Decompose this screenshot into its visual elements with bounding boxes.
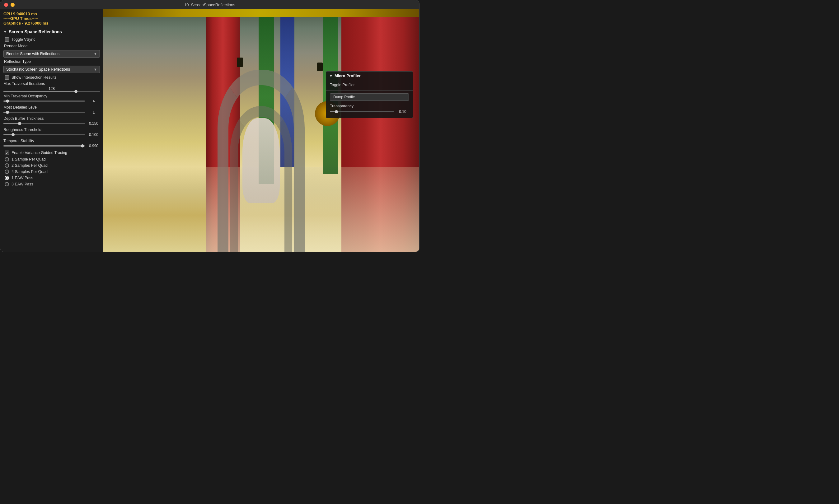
dump-profile-button[interactable]: Dump Profile [330,93,409,101]
render-mode-label: Render Mode [4,44,28,48]
variance-checkbox[interactable]: ✓ [5,150,9,155]
sample2-label: 2 Samples Per Quad [12,163,48,168]
app-window: 10_ScreenSpaceReflections [0,0,419,252]
render-mode-value: Render Scene with Reflections [6,52,59,56]
most-detailed-track[interactable] [3,112,85,113]
eaw1-radio[interactable] [5,176,9,180]
depth-buffer-row: Depth Buffer Thickness 0.150 [0,116,103,127]
profiler-title: Micro Profiler [335,73,361,78]
reflection-type-dropdown-row: Stochastic Screen Space Reflections ▼ [0,65,103,74]
main-content: CPU 9.940013 ms -----GPU Times----- Grap… [0,9,419,252]
sample4-label: 4 Samples Per Quad [12,169,48,174]
lamp-2 [317,62,323,71]
gpu-header: -----GPU Times----- [3,16,100,21]
variance-row: ✓ Enable Variance Guided Tracing [0,149,103,156]
intersection-label: Show Intersection Results [12,75,57,80]
max-traversal-fill [3,91,76,92]
cpu-time: CPU 9.940013 ms [3,12,100,16]
eaw3-row: 3 EAW Pass [0,181,103,187]
window-controls [4,3,15,7]
profiler-header: ▼ Micro Profiler [326,72,413,80]
transparency-thumb[interactable] [335,110,338,113]
top-banner [103,9,419,17]
sample2-row: 2 Samples Per Quad [0,162,103,168]
min-traversal-row: Min Traversal Occupancy 4 [0,93,103,105]
reflection-type-label: Reflection Type [4,59,31,64]
temporal-slider-container: 0.990 [3,144,100,148]
checkmark-icon: ✓ [5,151,8,155]
temporal-label: Temporal Stability [3,139,100,143]
depth-buffer-thumb[interactable] [18,122,21,125]
window-title: 10_ScreenSpaceReflections [184,2,235,7]
depth-buffer-fill [3,123,20,124]
min-traversal-thumb[interactable] [6,100,9,103]
temporal-track[interactable] [3,145,85,146]
min-traversal-track[interactable] [3,101,85,102]
sample1-label: 1 Sample Per Quad [12,157,46,161]
roughness-slider-container: 0.100 [3,132,100,137]
depth-buffer-value: 0.150 [87,121,100,126]
vsync-checkbox[interactable] [5,37,9,42]
depth-buffer-slider-container: 0.150 [3,121,100,126]
eaw1-row: 1 EAW Pass [0,175,103,181]
section-header[interactable]: ▼ Screen Space Reflections [0,28,103,36]
temporal-thumb[interactable] [81,144,84,147]
temporal-row: Temporal Stability 0.990 [0,138,103,149]
minimize-button[interactable] [11,3,15,7]
most-detailed-value: 1 [87,110,100,114]
most-detailed-thumb[interactable] [6,111,9,114]
render-mode-dropdown-row: Render Scene with Reflections ▼ [0,49,103,58]
roughness-track[interactable] [3,134,85,135]
intersection-checkbox[interactable] [5,75,9,80]
roughness-value: 0.100 [87,132,100,137]
max-traversal-thumb[interactable] [74,90,77,93]
most-detailed-label: Most Detailed Level [3,105,100,109]
transparency-row: Transparency 0.10 [326,102,413,115]
max-traversal-label: Max Traversal Iterations [3,82,100,86]
max-traversal-row: Max Traversal Iterations 128 [0,81,103,93]
render-mode-label-row: Render Mode [0,43,103,49]
transparency-slider-container: 0.10 [330,109,409,114]
variance-label: Enable Variance Guided Tracing [12,150,67,155]
eaw1-label: 1 EAW Pass [12,176,33,180]
sample4-radio[interactable] [5,169,9,174]
section-arrow-icon: ▼ [3,30,7,34]
reflection-type-dropdown[interactable]: Stochastic Screen Space Reflections ▼ [3,66,100,73]
section-title: Screen Space Reflections [9,29,62,34]
sample4-row: 4 Samples Per Quad [0,168,103,175]
profiler-arrow-icon: ▼ [329,74,333,78]
sample2-radio[interactable] [5,163,9,168]
transparency-value: 0.10 [396,109,409,114]
radio-selected-dot [6,177,8,179]
max-traversal-slider-container [3,91,100,92]
sample1-radio[interactable] [5,157,9,161]
gpu-time: Graphics - 9.276000 ms [3,21,100,25]
micro-profiler-panel: ▼ Micro Profiler Toggle Profiler Dump Pr… [326,71,413,118]
dump-profile-row: Dump Profile [326,92,413,102]
transparency-label: Transparency [330,104,409,108]
perf-stats: CPU 9.940013 ms -----GPU Times----- Grap… [0,9,103,28]
depth-buffer-track[interactable] [3,123,85,124]
roughness-thumb[interactable] [12,133,15,136]
min-traversal-label: Min Traversal Occupancy [3,94,100,98]
max-traversal-value: 128 [3,87,100,91]
render-mode-dropdown[interactable]: Render Scene with Reflections ▼ [3,50,100,57]
min-traversal-value: 4 [87,99,100,103]
close-button[interactable] [4,3,8,7]
most-detailed-slider-container: 1 [3,110,100,114]
dropdown-arrow-icon: ▼ [94,52,97,56]
toggle-profiler-label: Toggle Profiler [330,83,355,87]
toggle-vsync-row: Toggle VSync [0,36,103,43]
lion-statue [243,118,280,203]
eaw3-radio[interactable] [5,182,9,186]
most-detailed-row: Most Detailed Level 1 [0,105,103,116]
sample1-row: 1 Sample Per Quad [0,156,103,162]
left-panel: CPU 9.940013 ms -----GPU Times----- Grap… [0,9,103,252]
transparency-track[interactable] [330,111,394,112]
temporal-value: 0.990 [87,144,100,148]
reflection-type-label-row: Reflection Type [0,58,103,65]
show-intersection-row: Show Intersection Results [0,74,103,81]
max-traversal-track[interactable] [3,91,100,92]
depth-buffer-label: Depth Buffer Thickness [3,116,100,121]
titlebar: 10_ScreenSpaceReflections [0,0,419,9]
